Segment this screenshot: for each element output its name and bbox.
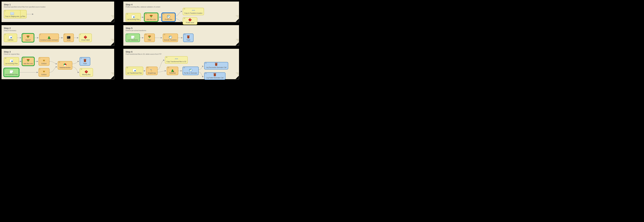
node-copy-to-s3[interactable]: 25 Copy Transformed files to S3 bbox=[165, 56, 188, 64]
node-zipped-check[interactable]: 5 Zipped? bbox=[22, 34, 34, 42]
node-list-transformed[interactable]: 25 List Transformed Files bbox=[126, 67, 143, 75]
node-extsort-bottom[interactable]: 0 ExtSort bbox=[38, 68, 50, 77]
sheet-icon bbox=[9, 70, 14, 73]
panel-title: Step 4 bbox=[126, 3, 237, 6]
node-trash[interactable]: 10 Trash bbox=[80, 57, 90, 66]
node-unzip-failed[interactable]: 5 Unzip Failed bbox=[79, 34, 92, 42]
sort-icon bbox=[42, 59, 46, 63]
alert-icon bbox=[188, 18, 192, 22]
dog-ear-icon bbox=[111, 76, 114, 79]
panel-step-5: Step 5 Perform per-school transforms 20 … bbox=[123, 25, 239, 46]
panel-subtitle: Download specified school files from spe… bbox=[4, 6, 112, 8]
panel-subtitle: Unzip if necessary bbox=[4, 30, 112, 31]
node-construct-unzip[interactable]: 5 Construct unzip command bbox=[39, 34, 59, 42]
person-icon bbox=[170, 69, 175, 72]
page-info-icon bbox=[9, 59, 14, 63]
node-trash[interactable]: 20 Trash bbox=[183, 34, 194, 42]
ball-icon bbox=[63, 63, 67, 66]
node-data-files-only[interactable]: 10 data files only bbox=[22, 57, 34, 66]
clouds-icon bbox=[191, 9, 196, 12]
dog-ear-icon bbox=[236, 76, 239, 79]
panel-title: Step 5 bbox=[126, 27, 237, 29]
alert-icon bbox=[83, 36, 88, 39]
node-copy-staging[interactable]: 0 Copy to Staging area bbox=[4, 10, 20, 19]
node-list-transforms[interactable]: 20 List Transforms bbox=[126, 34, 140, 42]
node-profile-issue[interactable]: 15 Profile issue bbox=[183, 17, 197, 25]
filter-icon bbox=[147, 36, 152, 39]
filter-icon bbox=[26, 59, 30, 63]
panel-subtitle: Push transformed files to S3, delete sou… bbox=[126, 53, 237, 55]
panel-step-6: Step 6 Push transformed files to S3, del… bbox=[123, 49, 239, 79]
node-list-expected[interactable]: 0 List Expected Files bbox=[4, 68, 19, 77]
alert-icon bbox=[84, 70, 88, 73]
gear-play-icon bbox=[166, 15, 171, 18]
dog-ear-icon bbox=[236, 19, 239, 22]
node-log-failed[interactable]: 25 Log Failed Storinator Call bbox=[204, 72, 226, 80]
gear-play-icon bbox=[188, 69, 193, 72]
page-info-icon bbox=[131, 15, 135, 18]
page-info-icon bbox=[8, 36, 13, 39]
trash-icon bbox=[213, 73, 217, 77]
panel-subtitle: Perform per-school transforms bbox=[126, 30, 237, 31]
sheet-icon bbox=[131, 36, 135, 39]
dog-ear-icon bbox=[111, 42, 114, 46]
trash-icon bbox=[83, 59, 87, 63]
panel-step-2: Step 2 Unzip if necessary 5 ListFiles 5 … bbox=[2, 25, 114, 46]
node-reformat[interactable]: 25 Reformat bbox=[167, 67, 178, 75]
node-unzip[interactable]: 5 unzip bbox=[64, 34, 74, 42]
gear-play-icon bbox=[168, 36, 172, 39]
node-profile-files[interactable]: 15 Profile files bbox=[162, 13, 175, 22]
node-extsort-top[interactable]: 0 ExtSort bbox=[38, 57, 50, 66]
dog-ear-icon bbox=[236, 42, 239, 46]
node-missing-files[interactable]: 10 Missing files bbox=[80, 68, 93, 77]
page-info-icon bbox=[132, 69, 136, 72]
node-put-storinator[interactable]: 25 Put file to Storinator bbox=[182, 67, 199, 75]
panel-step-3: Step 3 Check for required files 10 List … bbox=[2, 49, 114, 79]
node-list-incoming[interactable]: 10 List Incoming Files bbox=[4, 57, 19, 66]
panel-title: Step 6 bbox=[126, 51, 237, 53]
filter-icon bbox=[149, 15, 153, 18]
panel-title: Step 2 bbox=[4, 27, 112, 29]
node-data-files-only[interactable]: 15 data files only bbox=[144, 13, 158, 22]
panel-title: Step 3 bbox=[4, 51, 112, 53]
panel-subtitle: Profile incoming files, statisical valid… bbox=[126, 6, 237, 8]
trash-icon bbox=[214, 63, 218, 66]
terminal-icon bbox=[66, 36, 71, 39]
panel-subtitle: Check for required files bbox=[4, 53, 112, 55]
node-execute-transform[interactable]: 20 Execute Transform bbox=[163, 34, 178, 42]
sort-icon bbox=[42, 70, 46, 73]
swap-icon bbox=[150, 69, 154, 72]
copy-icon bbox=[10, 12, 14, 15]
person-icon bbox=[47, 36, 51, 39]
dog-ear-icon bbox=[111, 19, 114, 22]
node-log-success[interactable]: 25 Log Successful Storinator Call bbox=[204, 62, 228, 70]
node-copy-transform[interactable]: 15 Copy to Transform location bbox=[183, 8, 204, 15]
panel-title: Step 1 bbox=[4, 3, 112, 6]
trash-icon bbox=[186, 36, 190, 39]
panel-step-1: Step 1 Download specified school files f… bbox=[2, 2, 114, 22]
node-simplecopy[interactable]: 25 SimpleCopy bbox=[146, 67, 158, 75]
panel-step-4: Step 4 Profile incoming files, statisica… bbox=[123, 2, 239, 22]
node-list-incoming[interactable]: 15 List Incoming Files bbox=[126, 13, 141, 22]
filter-icon bbox=[26, 36, 30, 39]
node-data-intersection[interactable]: 10 DataIntersection bbox=[58, 61, 72, 70]
node-list-files[interactable]: 5 ListFiles bbox=[4, 34, 17, 42]
clouds-icon bbox=[174, 57, 178, 61]
node-filter[interactable]: 20 Filter bbox=[144, 34, 155, 42]
